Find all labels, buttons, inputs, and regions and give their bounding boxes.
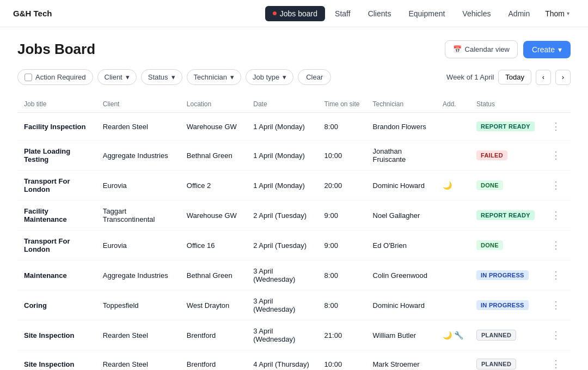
location-cell: Office 2	[180, 171, 247, 201]
status-cell: DONE	[470, 231, 541, 260]
chevron-down-icon: ▾	[171, 73, 175, 81]
table-body: Facility Inspection Rearden Steel Wareho…	[17, 113, 571, 371]
status-cell: PLANNED	[470, 320, 541, 350]
location-cell: Brentford	[180, 350, 247, 371]
technician-cell: Noel Gallagher	[366, 201, 436, 231]
status-badge: REPORT READY	[476, 122, 535, 131]
technician-filter[interactable]: Technician ▾	[187, 69, 241, 85]
actions-cell: ⋮	[541, 290, 571, 320]
client-cell: Rearden Steel	[96, 350, 180, 371]
col-actions	[541, 96, 571, 113]
client-cell: Eurovia	[96, 171, 180, 201]
col-job-title: Job title	[17, 96, 96, 113]
technician-cell: Dominic Howard	[366, 171, 436, 201]
week-label: Week of 1 April	[446, 73, 494, 81]
nav-equipment[interactable]: Equipment	[401, 6, 452, 21]
technician-cell: Ed O'Brien	[366, 231, 436, 260]
row-menu-button[interactable]: ⋮	[548, 178, 564, 192]
date-cell: 3 April (Wednesday)	[247, 260, 317, 290]
checkbox-icon	[24, 74, 32, 81]
date-cell: 1 April (Monday)	[247, 113, 317, 141]
table-row: Site Inspection Rearden Steel Brentford …	[17, 320, 571, 350]
row-menu-button[interactable]: ⋮	[548, 238, 564, 252]
row-menu-button[interactable]: ⋮	[548, 298, 564, 312]
date-cell: 4 April (Thursday)	[247, 350, 317, 371]
row-menu-button[interactable]: ⋮	[548, 119, 564, 134]
row-menu-button[interactable]: ⋮	[548, 208, 564, 222]
chevron-down-icon: ▾	[283, 73, 286, 81]
status-cell: IN PROGRESS	[470, 260, 541, 290]
row-menu-button[interactable]: ⋮	[548, 148, 564, 162]
job-title-cell: Site Inspection	[17, 350, 96, 371]
date-cell: 1 April (Monday)	[247, 141, 317, 171]
nav-staff[interactable]: Staff	[327, 6, 358, 21]
job-title-cell: Transport For London	[17, 231, 96, 260]
client-cell: Eurovia	[96, 231, 180, 260]
filters-bar: Action Required Client ▾ Status ▾ Techni…	[17, 69, 571, 85]
nav-clients[interactable]: Clients	[360, 6, 399, 21]
today-button[interactable]: Today	[498, 70, 531, 84]
calendar-view-button[interactable]: 📅 Calendar view	[445, 40, 518, 58]
status-filter[interactable]: Status ▾	[141, 69, 182, 85]
status-cell: PLANNED	[470, 350, 541, 371]
action-required-filter[interactable]: Action Required	[17, 69, 93, 85]
client-cell: Aggregate Industries	[96, 141, 180, 171]
clear-filters-button[interactable]: Clear	[298, 69, 331, 85]
col-client: Client	[96, 96, 180, 113]
status-cell: FAILED	[470, 141, 541, 171]
actions-cell: ⋮	[541, 113, 571, 141]
chevron-down-icon: ▾	[126, 73, 130, 81]
prev-week-button[interactable]: ‹	[536, 70, 551, 85]
technician-cell: Brandon Flowers	[366, 113, 436, 141]
nav-admin[interactable]: Admin	[501, 6, 538, 21]
add-cell: 🌙	[436, 171, 470, 201]
col-add: Add.	[436, 96, 470, 113]
add-cell	[436, 231, 470, 260]
status-badge: REPORT READY	[476, 210, 535, 220]
col-time: Time on site	[318, 96, 366, 113]
calendar-icon: 📅	[453, 45, 462, 53]
status-cell: REPORT READY	[470, 201, 541, 231]
client-filter[interactable]: Client ▾	[97, 69, 137, 85]
header-actions: 📅 Calendar view Create ▾	[445, 40, 571, 58]
table-row: Site Inspection Rearden Steel Brentford …	[17, 350, 571, 371]
nav-username: Thom	[545, 9, 565, 18]
jobs-table: Job title Client Location Date Time on s…	[17, 96, 571, 370]
row-menu-button[interactable]: ⋮	[548, 328, 564, 342]
nav-user-menu[interactable]: Thom ▾	[540, 6, 575, 21]
create-button[interactable]: Create ▾	[523, 41, 571, 58]
add-cell	[436, 201, 470, 231]
technician-cell: Colin Greenwood	[366, 260, 436, 290]
brand-logo: G&H Tech	[13, 9, 52, 18]
add-cell	[436, 113, 470, 141]
row-menu-button[interactable]: ⋮	[548, 268, 564, 282]
table-header: Job title Client Location Date Time on s…	[17, 96, 571, 113]
location-cell: Warehouse GW	[180, 113, 247, 141]
nav-vehicles[interactable]: Vehicles	[455, 6, 498, 21]
col-date: Date	[247, 96, 317, 113]
table-row: Facility Inspection Rearden Steel Wareho…	[17, 113, 571, 141]
job-title-cell: Facility Inspection	[17, 113, 96, 141]
col-status: Status	[470, 96, 541, 113]
chevron-down-icon: ▾	[230, 73, 234, 81]
status-badge: PLANNED	[476, 359, 516, 369]
wrench-icon: 🔧	[454, 331, 463, 339]
actions-cell: ⋮	[541, 350, 571, 371]
row-menu-button[interactable]: ⋮	[548, 357, 564, 370]
add-cell	[436, 260, 470, 290]
job-type-filter[interactable]: Job type ▾	[246, 69, 293, 85]
next-week-button[interactable]: ›	[555, 70, 571, 85]
job-title-cell: Plate Loading Testing	[17, 141, 96, 171]
technician-cell: Mark Stroemer	[366, 350, 436, 371]
nav-jobs-board[interactable]: Jobs board	[265, 6, 325, 21]
time-cell: 8:00	[318, 260, 366, 290]
time-cell: 9:00	[318, 231, 366, 260]
job-title-cell: Site Inspection	[17, 320, 96, 350]
time-cell: 20:00	[318, 171, 366, 201]
date-cell: 3 April (Wednesday)	[247, 290, 317, 320]
job-title-cell: Facility Maintenance	[17, 201, 96, 231]
moon-icon: 🌙	[443, 331, 452, 339]
status-badge: DONE	[476, 180, 503, 190]
time-cell: 9:00	[318, 201, 366, 231]
table-row: Plate Loading Testing Aggregate Industri…	[17, 141, 571, 171]
